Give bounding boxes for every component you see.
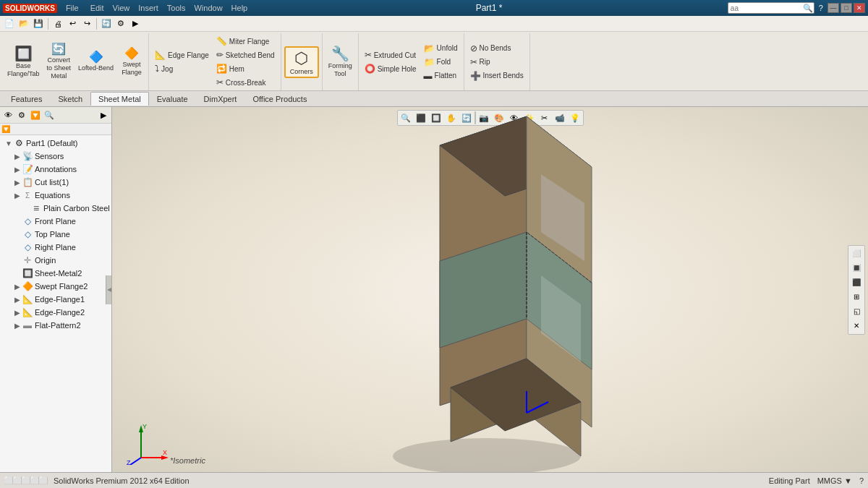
lofted-bend-btn[interactable]: 🔷 Lofted-Bend: [75, 49, 116, 74]
convert-sheet-metal-btn[interactable]: 🔄 Convertto SheetMetal: [44, 41, 75, 82]
more-btn[interactable]: ▶: [129, 17, 142, 30]
tab-sheet-metal[interactable]: Sheet Metal: [90, 92, 149, 106]
tree-item-edge-flange1[interactable]: ▶ 📐 Edge-Flange1: [0, 293, 111, 306]
tree-tool-gear[interactable]: ⚙: [15, 108, 28, 121]
tree-item-top-plane[interactable]: ◇ Top Plane: [0, 228, 111, 241]
unfold-btn[interactable]: 📂 Unfold: [421, 42, 461, 55]
feature-tree-toolbar: 👁 ⚙ 🔽 🔍 ▶: [0, 107, 111, 124]
statusbar: ⬜⬜⬜⬜⬜ SolidWorks Premium 2012 x64 Editio…: [0, 472, 868, 488]
menu-file[interactable]: File: [66, 4, 79, 12]
miter-flange-btn[interactable]: 📏 Miter Flange: [213, 35, 278, 48]
convert-icon: 🔄: [51, 43, 66, 55]
new-btn[interactable]: 📄: [3, 17, 16, 30]
options-btn[interactable]: ⚙: [114, 17, 127, 30]
search-box[interactable]: 🔍: [728, 2, 814, 14]
help-btn[interactable]: ?: [819, 4, 823, 12]
rt-btn6[interactable]: ✕: [850, 320, 863, 333]
tab-dimxpert[interactable]: DimXpert: [196, 92, 245, 106]
tree-item-origin[interactable]: ✛ Origin: [0, 254, 111, 267]
rt-btn3[interactable]: ⬛: [850, 276, 863, 289]
save-btn[interactable]: 💾: [32, 17, 45, 30]
menu-help[interactable]: Help: [231, 4, 248, 12]
restore-btn[interactable]: □: [841, 3, 852, 13]
tree-icon-part1: ⚙: [13, 137, 25, 149]
hem-btn[interactable]: 🔁 Hem: [213, 62, 278, 75]
statusbar-help[interactable]: ?: [859, 476, 864, 485]
tree-item-sensors[interactable]: ▶ 📡 Sensors: [0, 150, 111, 163]
tree-item-sheet-metal2[interactable]: 🔲 Sheet-Metal2: [0, 267, 111, 280]
tree-label-edge-flange1: Edge-Flange1: [35, 295, 85, 304]
menu-tools[interactable]: Tools: [167, 4, 186, 12]
menu-edit[interactable]: Edit: [90, 4, 104, 12]
tree-tool-eye[interactable]: 👁: [1, 108, 14, 121]
insert-bends-btn[interactable]: ➕ Insert Bends: [467, 69, 527, 82]
tree-item-material[interactable]: ≡ Plain Carbon Steel: [0, 202, 111, 215]
search-input[interactable]: [731, 4, 803, 12]
menu-insert[interactable]: Insert: [138, 4, 158, 12]
forming-tool-btn[interactable]: 🔧 FormingTool: [326, 44, 355, 80]
tree-expander-swept-flange2[interactable]: ▶: [13, 283, 22, 291]
tab-office-products[interactable]: Office Products: [244, 92, 315, 106]
tab-sketch[interactable]: Sketch: [50, 92, 90, 106]
tree-item-front-plane[interactable]: ◇ Front Plane: [0, 215, 111, 228]
tree-item-annotations[interactable]: ▶ 📝 Annotations: [0, 163, 111, 176]
tree-expander-flat-pattern2[interactable]: ▶: [13, 322, 22, 330]
edge-flange-btn[interactable]: 📐 Edge Flange: [152, 48, 212, 61]
tree-item-right-plane[interactable]: ◇ Right Plane: [0, 241, 111, 254]
rt-btn5[interactable]: ◱: [850, 305, 863, 318]
fold-btn[interactable]: 📁 Fold: [421, 56, 461, 69]
tree-tool-funnel[interactable]: 🔽: [29, 108, 42, 121]
viewport[interactable]: 🔍 ⬛ 🔲 ✋ 🔄 📷 🎨 👁 ✨ ✂ 📹 💡: [112, 107, 868, 472]
undo-btn[interactable]: ↩: [66, 17, 79, 30]
statusbar-editing: Editing Part: [769, 476, 810, 485]
right-mini-toolbar: ⬜ 🔳 ⬛ ⊞ ◱ ✕: [848, 245, 865, 335]
tree-item-part1[interactable]: ▼ ⚙ Part1 (Default): [0, 137, 111, 150]
statusbar-units[interactable]: MMGS ▼: [817, 476, 852, 485]
separator1: [48, 18, 48, 30]
rebuild-btn[interactable]: 🔄: [100, 17, 113, 30]
tree-item-cutlist[interactable]: ▶ 📋 Cut list(1): [0, 176, 111, 189]
tree-expander-equations[interactable]: ▶: [13, 192, 22, 200]
tree-expander-part1[interactable]: ▼: [4, 140, 13, 147]
rt-btn2[interactable]: 🔳: [850, 262, 863, 275]
minimize-btn[interactable]: —: [827, 3, 839, 13]
swept-flange-btn[interactable]: 🔶 SweptFlange: [118, 46, 145, 79]
extruded-cut-btn[interactable]: ✂ Extruded Cut: [362, 48, 420, 61]
flatten-btn[interactable]: ▬ Flatten: [421, 69, 461, 82]
tree-icon-annotations: 📝: [22, 163, 33, 175]
tab-evaluate[interactable]: Evaluate: [149, 92, 196, 106]
redo-btn[interactable]: ↪: [80, 17, 93, 30]
simple-hole-btn[interactable]: ⭕ Simple Hole: [362, 62, 420, 75]
no-bends-btn[interactable]: ⊘ No Bends: [467, 42, 527, 55]
menu-view[interactable]: View: [113, 4, 130, 12]
tree-expander-sensors[interactable]: ▶: [13, 153, 22, 160]
extruded-cut-label: Extruded Cut: [374, 51, 416, 59]
rt-btn1[interactable]: ⬜: [850, 247, 863, 260]
tree-item-edge-flange2[interactable]: ▶ 📐 Edge-Flange2: [0, 306, 111, 319]
open-btn[interactable]: 📂: [17, 17, 30, 30]
tree-expander-edge-flange2[interactable]: ▶: [13, 309, 22, 317]
tree-item-flat-pattern2[interactable]: ▶ ▬ Flat-Pattern2: [0, 319, 111, 332]
rt-btn4[interactable]: ⊞: [850, 291, 863, 304]
sketched-bend-btn[interactable]: ✏ Sketched Bend: [213, 48, 278, 61]
jog-btn[interactable]: ⤵ Jog: [152, 62, 212, 75]
statusbar-edition: SolidWorks Premium 2012 x64 Edition: [54, 476, 190, 485]
rip-btn[interactable]: ✂ Rip: [467, 56, 527, 69]
tree-item-swept-flange2[interactable]: ▶ 🔶 Swept Flange2: [0, 280, 111, 293]
tree-tool-search[interactable]: 🔍: [43, 108, 56, 121]
tree-item-equations[interactable]: ▶ Σ Equations: [0, 189, 111, 202]
cross-break-btn[interactable]: ✂ Cross-Break: [213, 76, 278, 89]
tab-features[interactable]: Features: [3, 92, 50, 106]
base-flange-btn[interactable]: 🔲 BaseFlange/Tab: [4, 44, 43, 80]
ribbon-group-base: 🔲 BaseFlange/Tab 🔄 Convertto SheetMetal …: [1, 33, 149, 90]
tree-expander-edge-flange1[interactable]: ▶: [13, 296, 22, 304]
tree-tool-expand[interactable]: ▶: [97, 108, 110, 121]
corners-btn[interactable]: ⬡ Corners: [284, 46, 319, 78]
tree-expander-cutlist[interactable]: ▶: [13, 179, 22, 187]
top-mini-toolbar: 📄 📂 💾 🖨 ↩ ↪ 🔄 ⚙ ▶: [0, 16, 868, 32]
print-btn[interactable]: 🖨: [51, 17, 64, 30]
menu-window[interactable]: Window: [194, 4, 222, 12]
tree-expander-annotations[interactable]: ▶: [13, 166, 22, 174]
panel-collapse-handle[interactable]: ◀: [106, 275, 111, 304]
close-btn[interactable]: ✕: [854, 3, 865, 13]
